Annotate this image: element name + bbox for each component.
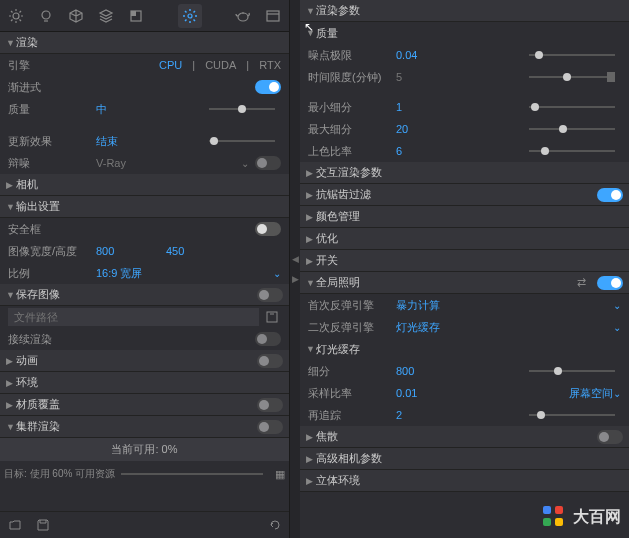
minsubdiv-slider[interactable] <box>529 100 616 114</box>
caustics-section[interactable]: ▶ 焦散 <box>300 426 629 448</box>
mat-toggle[interactable] <box>257 398 283 412</box>
sample-value[interactable]: 0.01 <box>396 387 436 399</box>
mat-section[interactable]: ▶ 材质覆盖 <box>0 394 289 416</box>
section-title: 抗锯齿过滤 <box>316 187 597 202</box>
progressive-row: 渐进式 <box>0 76 289 98</box>
engine-rtx[interactable]: RTX <box>259 59 281 71</box>
browse-icon[interactable] <box>263 308 281 326</box>
teapot-icon[interactable] <box>231 4 255 28</box>
chevron-down-icon: ▼ <box>6 422 16 432</box>
chevron-right-icon: ▶ <box>306 234 316 244</box>
lightcache-subsection[interactable]: ▼ 灯光缓存 <box>300 338 629 360</box>
primary-value[interactable]: 暴力计算 <box>396 298 440 313</box>
update-slider[interactable] <box>209 134 276 148</box>
retrace-value[interactable]: 2 <box>396 409 436 421</box>
output-section[interactable]: ▼ 输出设置 <box>0 196 289 218</box>
secondary-value[interactable]: 灯光缓存 <box>396 320 440 335</box>
section-title: 相机 <box>16 177 283 192</box>
switch-section[interactable]: ▶ 开关 <box>300 250 629 272</box>
filepath-input[interactable] <box>8 308 259 326</box>
noise-value[interactable]: 0.04 <box>396 49 436 61</box>
progressive-label: 渐进式 <box>8 80 96 95</box>
undo-icon[interactable] <box>265 516 283 534</box>
svg-point-13 <box>188 14 192 18</box>
denoise-value: V-Ray <box>96 157 136 169</box>
quality-subsection[interactable]: ▼ 质量 <box>300 22 629 44</box>
maxsubdiv-value[interactable]: 20 <box>396 123 436 135</box>
target-slider[interactable] <box>121 469 263 479</box>
ratio-value[interactable]: 16:9 宽屏 <box>96 266 142 281</box>
panel-divider[interactable]: ◀ ▶ <box>290 0 300 538</box>
interactive-section[interactable]: ▶ 交互渲染参数 <box>300 162 629 184</box>
width-value[interactable]: 800 <box>96 245 136 257</box>
docking-toggle[interactable] <box>255 332 281 346</box>
save-toggle[interactable] <box>257 288 283 302</box>
maxsubdiv-slider[interactable] <box>529 122 616 136</box>
section-title: 集群渲染 <box>16 419 257 434</box>
denoise-toggle[interactable] <box>255 156 281 170</box>
sample-dropdown[interactable]: ⌄ <box>613 388 621 399</box>
section-title: 动画 <box>16 353 257 368</box>
render-section[interactable]: ▼ 渲染 <box>0 32 289 54</box>
shading-slider[interactable] <box>529 144 616 158</box>
sample-mode[interactable]: 屏幕空间 <box>569 386 613 401</box>
window-icon[interactable] <box>261 4 285 28</box>
antialias-toggle[interactable] <box>597 188 623 202</box>
time-slider[interactable] <box>529 70 616 84</box>
gi-section[interactable]: ▼ 全局照明 ⇄ <box>300 272 629 294</box>
swap-icon[interactable]: ⇄ <box>577 276 591 289</box>
cluster-section[interactable]: ▼ 集群渲染 <box>0 416 289 438</box>
corner-icon[interactable] <box>124 4 148 28</box>
save-icon[interactable] <box>34 516 52 534</box>
primary-dropdown[interactable]: ⌄ <box>613 300 621 311</box>
gi-toggle[interactable] <box>597 276 623 290</box>
denoise-dropdown[interactable]: ⌄ <box>241 158 249 169</box>
retrace-slider[interactable] <box>529 408 616 422</box>
adv-camera-section[interactable]: ▶ 高级相机参数 <box>300 448 629 470</box>
shading-label: 上色比率 <box>308 144 396 159</box>
grid-icon[interactable]: ▦ <box>275 468 285 481</box>
engine-tabs: CPU| CUDA| RTX <box>159 59 281 71</box>
camera-section[interactable]: ▶ 相机 <box>0 174 289 196</box>
subdiv-value[interactable]: 800 <box>396 365 436 377</box>
progressive-toggle[interactable] <box>255 80 281 94</box>
shading-value[interactable]: 6 <box>396 145 436 157</box>
engine-cuda[interactable]: CUDA <box>205 59 236 71</box>
anim-toggle[interactable] <box>257 354 283 368</box>
section-title: 立体环境 <box>316 473 623 488</box>
optimize-section[interactable]: ▶ 优化 <box>300 228 629 250</box>
time-value[interactable]: 5 <box>396 71 436 83</box>
update-value[interactable]: 结束 <box>96 134 136 149</box>
height-value[interactable]: 450 <box>166 245 184 257</box>
color-section[interactable]: ▶ 颜色管理 <box>300 206 629 228</box>
bulb-icon[interactable] <box>34 4 58 28</box>
secondary-dropdown[interactable]: ⌄ <box>613 322 621 333</box>
quality-label: 质量 <box>8 102 96 117</box>
section-title: 渲染 <box>16 35 283 50</box>
safeframe-toggle[interactable] <box>255 222 281 236</box>
caret-left-icon[interactable]: ◀ <box>292 254 299 264</box>
cluster-toggle[interactable] <box>257 420 283 434</box>
anim-section[interactable]: ▶ 动画 <box>0 350 289 372</box>
quality-value[interactable]: 中 <box>96 102 136 117</box>
env-section[interactable]: ▶ 环境 <box>0 372 289 394</box>
sun-icon[interactable] <box>4 4 28 28</box>
open-icon[interactable] <box>6 516 24 534</box>
quality-slider[interactable] <box>209 102 276 116</box>
subdiv-slider[interactable] <box>529 364 616 378</box>
antialias-section[interactable]: ▶ 抗锯齿过滤 <box>300 184 629 206</box>
caret-right-icon[interactable]: ▶ <box>292 274 299 284</box>
engine-cpu[interactable]: CPU <box>159 59 182 71</box>
params-section[interactable]: ▼ 渲染参数 <box>300 0 629 22</box>
section-title: 高级相机参数 <box>316 451 623 466</box>
noise-slider[interactable] <box>529 48 616 62</box>
cursor-icon: ↖ <box>304 20 314 34</box>
minsubdiv-value[interactable]: 1 <box>396 101 436 113</box>
save-section[interactable]: ▼ 保存图像 <box>0 284 289 306</box>
ratio-dropdown[interactable]: ⌄ <box>273 268 281 279</box>
gear-icon[interactable] <box>178 4 202 28</box>
layers-icon[interactable] <box>94 4 118 28</box>
caustics-toggle[interactable] <box>597 430 623 444</box>
stereo-section[interactable]: ▶ 立体环境 <box>300 470 629 492</box>
cube-icon[interactable] <box>64 4 88 28</box>
